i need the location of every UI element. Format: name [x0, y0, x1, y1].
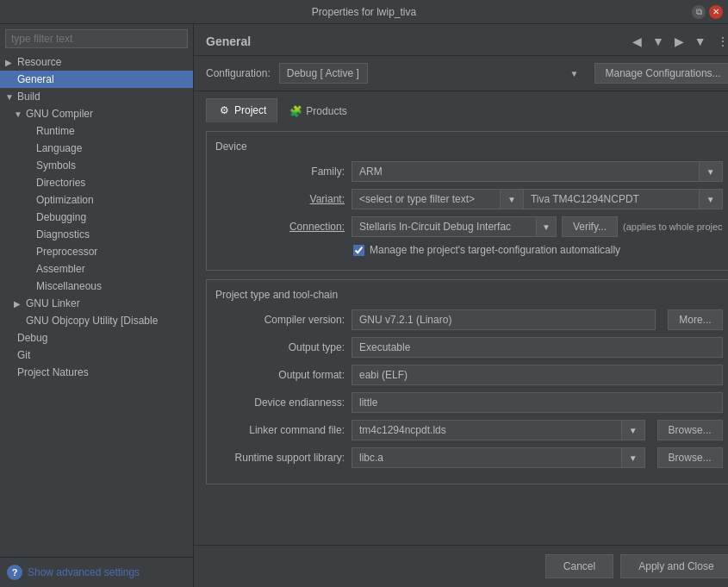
restore-button[interactable]: ⧉: [692, 5, 706, 19]
main-content: General ◀ ▼ ▶ ▼ ⋮ Configuration: Debug […: [194, 24, 728, 587]
variant-row: Variant: <select or type filter text> ▼ …: [215, 189, 723, 209]
variant-select-wrapper: <select or type filter text> ▼: [352, 189, 524, 209]
sidebar-item-gnu-compiler[interactable]: ▼ GNU Compiler: [0, 105, 193, 122]
sidebar-item-symbols[interactable]: Symbols: [0, 157, 193, 174]
sidebar-item-label: Diagnostics: [36, 228, 188, 240]
tab-products-label: Products: [306, 105, 346, 117]
sidebar-item-language[interactable]: Language: [0, 140, 193, 157]
help-icon[interactable]: ?: [7, 565, 22, 580]
tab-project[interactable]: ⚙ Project: [206, 98, 277, 122]
tab-products[interactable]: 🧩 Products: [277, 98, 358, 122]
linker-cmd-label: Linker command file:: [215, 424, 345, 436]
configuration-select[interactable]: Debug [ Active ]: [279, 63, 368, 84]
sidebar-item-label: Miscellaneous: [36, 280, 188, 292]
more-options-button[interactable]: ⋮: [713, 33, 728, 50]
output-format-select[interactable]: eabi (ELF): [352, 365, 723, 385]
verify-button[interactable]: Verify...: [562, 216, 618, 237]
arrow-icon: ▶: [14, 299, 26, 309]
family-row: Family: ARM ▼: [215, 161, 723, 182]
sidebar-item-debug[interactable]: Debug: [0, 329, 193, 347]
products-tab-icon: 🧩: [289, 104, 302, 118]
variant-label[interactable]: Variant:: [215, 193, 345, 205]
sidebar-item-label: Symbols: [36, 159, 188, 172]
compiler-version-select[interactable]: GNU v7.2.1 (Linaro): [352, 309, 656, 330]
variant-arrow-button[interactable]: ▼: [501, 189, 524, 209]
sidebar-item-debugging[interactable]: Debugging: [0, 209, 193, 226]
sidebar: ▶ Resource General ▼ Build ▼ GNU Compile…: [0, 24, 194, 587]
sidebar-item-label: Preprocessor: [36, 246, 188, 258]
back-dropdown-button[interactable]: ▼: [649, 33, 668, 50]
output-type-label: Output type:: [215, 341, 345, 353]
sidebar-item-diagnostics[interactable]: Diagnostics: [0, 226, 193, 243]
output-type-row: Output type: Executable: [215, 337, 723, 358]
sidebar-item-label: General: [17, 73, 188, 85]
device-endianness-select-wrapper: little: [352, 392, 723, 413]
device-section-title: Device: [215, 141, 723, 153]
content-body: Device Family: ARM ▼ Variant: <s: [194, 122, 728, 545]
linker-browse-button[interactable]: Browse...: [657, 420, 723, 440]
more-button[interactable]: More...: [668, 309, 722, 330]
title-bar: Properties for lwip_tiva ⧉ ✕: [0, 0, 728, 24]
variant-second-arrow-button[interactable]: ▼: [700, 189, 723, 209]
family-field-wrapper: ARM ▼: [352, 161, 723, 182]
sidebar-item-label: Language: [36, 142, 188, 154]
sidebar-item-label: Git: [17, 349, 188, 361]
sidebar-item-label: Resource: [17, 56, 188, 68]
sidebar-item-label: Project Natures: [17, 366, 188, 378]
show-advanced-link[interactable]: Show advanced settings: [28, 566, 140, 578]
sidebar-item-general[interactable]: General: [0, 71, 193, 88]
runtime-library-arrow-button[interactable]: ▼: [622, 447, 645, 468]
apply-and-close-button[interactable]: Apply and Close: [620, 554, 728, 578]
sidebar-item-label: Optimization: [36, 194, 188, 206]
forward-dropdown-button[interactable]: ▼: [691, 33, 710, 50]
sidebar-item-directories[interactable]: Directories: [0, 174, 193, 191]
manage-configurations-button[interactable]: Manage Configurations...: [594, 63, 728, 84]
sidebar-item-assembler[interactable]: Assembler: [0, 260, 193, 278]
output-format-label: Output format:: [215, 369, 345, 381]
configuration-row: Configuration: Debug [ Active ] Manage C…: [194, 56, 728, 91]
sidebar-filter-input[interactable]: [5, 29, 188, 48]
sidebar-item-gnu-linker[interactable]: ▶ GNU Linker: [0, 295, 193, 312]
runtime-library-value: libc.a: [352, 447, 622, 468]
sidebar-item-gnu-objcopy[interactable]: GNU Objcopy Utility [Disable: [0, 312, 193, 329]
connection-arrow-button[interactable]: ▼: [537, 216, 557, 237]
back-button[interactable]: ◀: [629, 33, 645, 50]
linker-cmd-arrow-button[interactable]: ▼: [622, 420, 645, 440]
connection-select[interactable]: Stellaris In-Circuit Debug Interfac: [352, 216, 537, 237]
configuration-label: Configuration:: [206, 67, 271, 79]
runtime-library-row: Runtime support library: libc.a ▼ Browse…: [215, 447, 723, 468]
sidebar-item-optimization[interactable]: Optimization: [0, 191, 193, 209]
sidebar-item-build[interactable]: ▼ Build: [0, 88, 193, 105]
applies-text: (applies to whole projec: [623, 222, 723, 232]
device-endianness-select[interactable]: little: [352, 392, 723, 413]
linker-cmd-field-wrapper: tm4c1294ncpdt.lds ▼: [352, 420, 645, 440]
content-title: General: [206, 34, 251, 48]
sidebar-item-project-natures[interactable]: Project Natures: [0, 364, 193, 381]
forward-button[interactable]: ▶: [671, 33, 688, 50]
sidebar-item-label: Build: [17, 91, 188, 103]
linker-cmd-value: tm4c1294ncpdt.lds: [352, 420, 622, 440]
connection-label[interactable]: Connection:: [215, 221, 345, 233]
sidebar-item-git[interactable]: Git: [0, 347, 193, 364]
family-arrow-button[interactable]: ▼: [700, 161, 723, 182]
sidebar-item-resource[interactable]: ▶ Resource: [0, 53, 193, 71]
output-type-select-wrapper: Executable: [352, 337, 723, 358]
sidebar-tree: ▶ Resource General ▼ Build ▼ GNU Compile…: [0, 53, 193, 557]
variant-field-wrapper: <select or type filter text> ▼ Tiva TM4C…: [352, 189, 723, 209]
sidebar-item-miscellaneous[interactable]: Miscellaneous: [0, 278, 193, 295]
output-format-select-wrapper: eabi (ELF): [352, 365, 723, 385]
output-type-select[interactable]: Executable: [352, 337, 723, 358]
sidebar-item-preprocessor[interactable]: Preprocessor: [0, 243, 193, 260]
auto-config-checkbox[interactable]: [353, 245, 364, 256]
connection-row: Connection: Stellaris In-Circuit Debug I…: [215, 216, 723, 237]
project-type-section: Project type and tool-chain Compiler ver…: [206, 279, 728, 484]
auto-config-row: Manage the project's target-configuratio…: [215, 244, 723, 256]
cancel-button[interactable]: Cancel: [545, 554, 613, 578]
close-button[interactable]: ✕: [709, 5, 723, 19]
device-endianness-label: Device endianness:: [215, 397, 345, 409]
sidebar-item-runtime[interactable]: Runtime: [0, 122, 193, 140]
variant-select[interactable]: <select or type filter text>: [352, 189, 501, 209]
runtime-browse-button[interactable]: Browse...: [657, 447, 723, 468]
content-header: General ◀ ▼ ▶ ▼ ⋮: [194, 24, 728, 56]
device-section: Device Family: ARM ▼ Variant: <s: [206, 131, 728, 271]
